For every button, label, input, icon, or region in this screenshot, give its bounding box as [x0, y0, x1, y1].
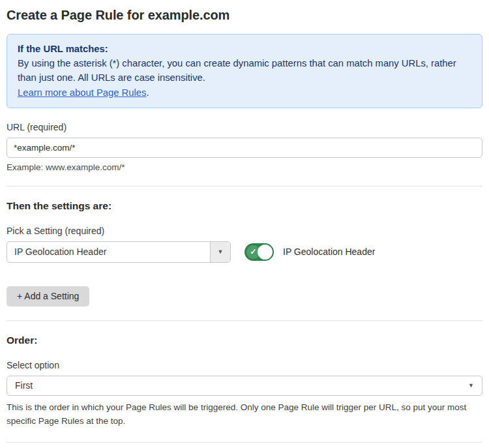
add-setting-button[interactable]: + Add a Setting [7, 286, 89, 306]
url-input[interactable] [7, 138, 482, 158]
url-matches-info-box: If the URL matches: By using the asteris… [7, 34, 482, 108]
page-title: Create a Page Rule for example.com [7, 8, 482, 23]
toggle-label: IP Geolocation Header [283, 246, 375, 257]
order-section-heading: Order: [7, 335, 482, 346]
toggle-knob [258, 245, 273, 260]
setting-select[interactable]: IP Geolocation Header ▼ [7, 241, 231, 263]
pick-setting-label: Pick a Setting (required) [7, 226, 482, 236]
select-option-label: Select option [7, 360, 482, 370]
link-suffix-text: . [146, 87, 149, 98]
settings-section-heading: Then the settings are: [7, 200, 482, 212]
learn-more-link[interactable]: Learn more about Page Rules [18, 87, 146, 98]
setting-select-value: IP Geolocation Header [7, 242, 210, 262]
url-field-label: URL (required) [7, 122, 482, 132]
divider [7, 320, 482, 321]
setting-select-arrow-button[interactable]: ▼ [210, 242, 230, 262]
chevron-down-icon: ▼ [468, 383, 474, 389]
order-helper-text: This is the order in which your Page Rul… [7, 401, 475, 428]
order-select-value: First [15, 380, 33, 391]
divider [7, 186, 482, 187]
chevron-down-icon: ▼ [218, 249, 224, 255]
url-example-helper: Example: www.example.com/* [7, 162, 482, 172]
setting-row: IP Geolocation Header ▼ ✓ IP Geolocation… [7, 241, 482, 263]
ip-geolocation-toggle[interactable]: ✓ [244, 243, 274, 261]
info-box-body: By using the asterisk (*) character, you… [18, 56, 471, 85]
info-box-heading: If the URL matches: [18, 42, 471, 56]
divider [7, 442, 482, 443]
order-select[interactable]: First ▼ [7, 376, 482, 396]
